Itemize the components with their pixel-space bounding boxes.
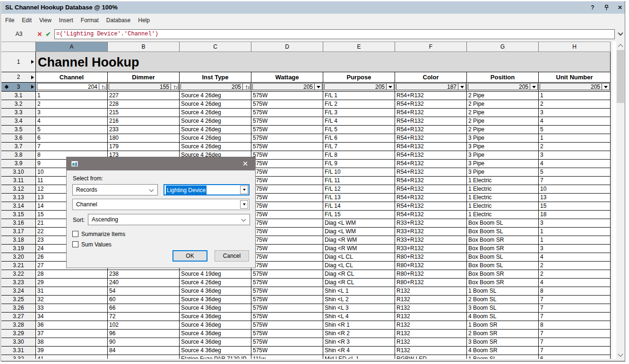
data-cell[interactable]: Source 4 26deg xyxy=(180,92,251,100)
data-cell[interactable]: 1 xyxy=(539,228,611,236)
checkbox-box[interactable] xyxy=(72,231,78,237)
column-header-B[interactable]: B xyxy=(108,42,180,52)
data-cell[interactable]: 4 xyxy=(539,279,611,287)
dialog-title-bar[interactable]: ✕ xyxy=(67,157,255,170)
data-cell[interactable]: 575W xyxy=(251,126,323,134)
row-header[interactable]: 3.18 xyxy=(1,236,36,245)
row-header[interactable]: 3.12 xyxy=(1,185,36,194)
data-cell[interactable]: F/L 13 xyxy=(323,194,395,202)
data-cell[interactable]: F/L 9 xyxy=(323,160,395,168)
data-cell[interactable]: 3 Pipe xyxy=(467,143,539,151)
field-header-cell[interactable]: Dimmer xyxy=(108,72,180,83)
data-cell[interactable]: 3 xyxy=(539,151,611,160)
data-cell[interactable]: Source 4 26deg xyxy=(180,143,251,151)
summary-value-box[interactable]: 205↑3 xyxy=(181,83,250,90)
data-cell[interactable]: Source 4 26deg xyxy=(180,117,251,126)
data-cell[interactable]: R132 xyxy=(395,296,467,304)
data-cell[interactable]: 60 xyxy=(108,296,180,304)
data-cell[interactable]: Shin <R 2 xyxy=(323,330,395,338)
data-cell[interactable]: 1 Electric xyxy=(467,177,539,185)
data-cell[interactable]: 31 xyxy=(36,287,108,296)
data-cell[interactable]: Elation Fuze PAR 7120 IP xyxy=(180,355,251,359)
vertical-scrollbar[interactable] xyxy=(616,42,625,359)
column-header-G[interactable]: G xyxy=(467,42,539,52)
data-cell[interactable]: R132 xyxy=(395,338,467,347)
data-cell[interactable]: 1 xyxy=(539,92,611,100)
data-cell[interactable]: 575W xyxy=(251,109,323,117)
data-cell[interactable]: 96 xyxy=(108,330,180,338)
data-cell[interactable]: Diag <L WM xyxy=(323,219,395,228)
data-cell[interactable]: Source 4 19deg xyxy=(180,270,251,279)
data-cell[interactable]: 84 xyxy=(108,347,180,355)
data-cell[interactable]: Box Boom SL xyxy=(467,262,539,270)
data-cell[interactable]: R54+R132 xyxy=(395,160,467,168)
data-cell[interactable]: 4 Boom SL xyxy=(467,313,539,321)
formula-bar-chevron-icon[interactable] xyxy=(618,30,623,35)
data-cell[interactable]: 4 xyxy=(36,117,108,126)
data-cell[interactable]: 7 xyxy=(539,177,611,185)
row-header[interactable]: 3.6 xyxy=(1,134,36,143)
row-header[interactable]: 3.1 xyxy=(1,92,36,100)
menu-help[interactable]: Help xyxy=(134,14,154,27)
data-cell[interactable]: Diag <R WM xyxy=(323,245,395,253)
data-cell[interactable]: 575W xyxy=(251,279,323,287)
scroll-up-icon[interactable] xyxy=(616,42,625,50)
summary-value-box[interactable]: 205 xyxy=(540,83,610,90)
data-cell[interactable]: Diag <L WM xyxy=(323,228,395,236)
data-cell[interactable]: Source 4 36deg xyxy=(180,287,251,296)
scrollbar-thumb[interactable] xyxy=(617,50,624,103)
data-cell[interactable]: Source 4 36deg xyxy=(180,304,251,313)
row-header[interactable]: 3.19 xyxy=(1,245,36,253)
field-combobox-dropdown-button[interactable] xyxy=(240,200,248,209)
table-combobox-dropdown-button[interactable] xyxy=(240,186,248,194)
data-cell[interactable]: 32 xyxy=(36,296,108,304)
data-cell[interactable]: 8 xyxy=(539,287,611,296)
data-cell[interactable]: 7 xyxy=(539,313,611,321)
row-header[interactable]: 3.30 xyxy=(1,338,36,347)
dropdown-button[interactable] xyxy=(386,84,394,90)
data-cell[interactable]: R54+R132 xyxy=(395,126,467,134)
row-header[interactable]: 3.11 xyxy=(1,177,36,185)
row-header[interactable]: 3.8 xyxy=(1,151,36,160)
close-icon[interactable]: ✕ xyxy=(616,4,624,12)
data-cell[interactable]: 8 xyxy=(539,321,611,330)
data-cell[interactable]: Source 4 36deg xyxy=(180,338,251,347)
data-cell[interactable]: 575W xyxy=(251,194,323,202)
data-cell[interactable]: 3 xyxy=(36,109,108,117)
data-cell[interactable]: R54+R132 xyxy=(395,168,467,177)
field-header-cell[interactable]: Wattage xyxy=(251,72,323,83)
data-cell[interactable]: 216 xyxy=(108,117,180,126)
data-cell[interactable]: 2 xyxy=(36,100,108,109)
data-cell[interactable]: 2 Pipe xyxy=(467,100,539,109)
data-cell[interactable]: R54+R132 xyxy=(395,202,467,211)
data-cell[interactable]: 3 xyxy=(539,219,611,228)
column-header-C[interactable]: C xyxy=(180,42,251,52)
data-cell[interactable]: 575W xyxy=(251,262,323,270)
source-combobox[interactable]: Records xyxy=(72,184,158,195)
data-cell[interactable]: 2 Pipe xyxy=(467,117,539,126)
data-cell[interactable]: R33+R132 xyxy=(395,245,467,253)
data-cell[interactable]: 2 Pipe xyxy=(467,109,539,117)
data-cell[interactable]: 2 Pipe xyxy=(467,92,539,100)
sort-combobox[interactable]: Ascending xyxy=(88,214,250,225)
data-cell[interactable]: 233 xyxy=(108,126,180,134)
data-cell[interactable]: R54+R132 xyxy=(395,143,467,151)
data-cell[interactable]: 4 xyxy=(539,160,611,168)
data-cell[interactable]: F/L 15 xyxy=(323,211,395,219)
sort-order-button[interactable]: ↑3 xyxy=(242,84,250,90)
data-cell[interactable]: 575W xyxy=(251,347,323,355)
row-header[interactable]: 3.3 xyxy=(1,109,36,117)
data-cell[interactable]: 7 xyxy=(539,347,611,355)
data-cell[interactable]: R54+R132 xyxy=(395,194,467,202)
data-cell[interactable]: R132 xyxy=(395,330,467,338)
data-cell[interactable]: F/L 3 xyxy=(323,109,395,117)
data-cell[interactable]: 28 xyxy=(36,270,108,279)
sort-order-button[interactable]: ↑1 xyxy=(99,84,106,90)
data-cell[interactable]: 575W xyxy=(251,253,323,262)
field-header-cell[interactable]: Position xyxy=(467,72,539,83)
dropdown-button[interactable] xyxy=(602,84,609,90)
menu-view[interactable]: View xyxy=(35,14,55,27)
data-cell[interactable]: 227 xyxy=(108,92,180,100)
row-header[interactable]: 3.9 xyxy=(1,160,36,168)
data-cell[interactable]: 2 Pipe xyxy=(467,126,539,134)
